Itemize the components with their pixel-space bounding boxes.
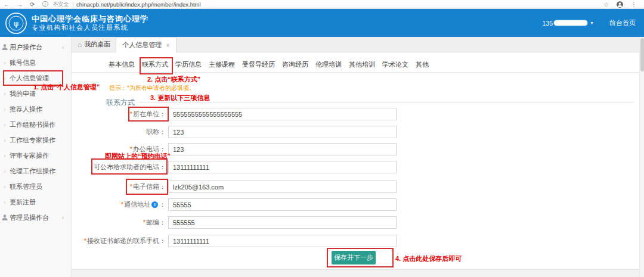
tab-label: 我的桌面 [84,40,110,49]
bottom-strip [72,269,644,277]
form-row-email: *电子信箱： [72,180,635,193]
tab-academic-papers[interactable]: 学术论文 [382,60,408,69]
job-title-input[interactable] [168,126,397,138]
app-title-line2: 专业机构和社会人员注册系统 [32,24,148,32]
tab-personal-info-management[interactable]: 个人信息管理 × [116,37,176,52]
workplace-input[interactable] [168,108,397,120]
chevron-right-icon: › [0,122,10,128]
form-row-postcode: *邮编： [72,216,635,229]
user-phone-dropdown[interactable]: 135 ▼ [543,20,594,27]
tab-other-training[interactable]: 其他培训 [349,60,375,69]
sidebar-item-referrer-ops[interactable]: ›推荐人操作 [0,101,71,117]
sidebar-item-review-expert-ops[interactable]: ›评审专家操作 [0,148,71,163]
sidebar-item-label: 我的申请 [10,89,36,98]
admin-icon [0,214,10,221]
sidebar-item-group-expert-ops[interactable]: ›工作组专家操作 [0,132,71,148]
tab-contact-info[interactable]: 联系方式 [142,60,168,69]
sidebar-item-account-info[interactable]: ›账号信息 [0,55,71,70]
form-row-office-phone: *办公电话： [72,143,635,155]
sidebar-item-label: 更新注册 [10,198,36,207]
required-mark: * [130,110,132,117]
chevron-right-icon: › [0,199,10,206]
org-logo: ψ [4,11,28,35]
chevron-right-icon: › [0,137,10,144]
sidebar-item-label: 联系管理员 [10,182,42,191]
browser-bar: ← → ⟳ ⓘ 不安全 | chinacpb.net/public/index.… [0,0,644,9]
form-row-certificate-phone: *接收证书邮递的联系手机： [72,235,635,247]
profile-avatar-icon[interactable] [617,1,623,8]
sidebar-item-contact-admin[interactable]: ›联系管理员 [0,179,71,194]
chevron-right-icon: › [0,106,10,113]
screen: ← → ⟳ ⓘ 不安全 | chinacpb.net/public/index.… [0,0,644,277]
main-content: ⌂ 我的桌面 个人信息管理 × 基本信息 联系方式 学历信息 主修课程 受督导经… [72,37,644,277]
close-icon[interactable]: × [166,42,169,49]
certificate-phone-input[interactable] [168,235,397,247]
url-divider: | [72,1,74,8]
app-header: ψ 中国心理学会临床与咨询心理学 专业机构和社会人员注册系统 135 ▼ 前台首… [0,9,644,37]
forward-icon[interactable]: → [13,1,26,8]
sidebar-item-label: 推荐人操作 [10,105,42,114]
sidebar-item-label: 评审专家操作 [10,151,49,160]
security-label: 不安全 [52,1,69,8]
chevron-right-icon: › [0,75,10,82]
chevron-right-icon: › [0,60,10,66]
sidebar-item-admin-console[interactable]: 管理员操作台 ‹ [0,210,71,225]
public-phone-input[interactable] [168,161,397,173]
sidebar-item-label: 个人信息管理 [10,74,49,83]
section-title: 联系方式 [106,98,140,108]
email-input[interactable] [168,180,397,193]
user-icon [0,43,10,51]
tab-my-desktop[interactable]: ⌂ 我的桌面 [72,37,116,52]
field-label: *电子信箱： [72,180,166,193]
field-label: 职称： [72,126,166,138]
save-next-button[interactable]: 保存并下一步 [332,251,376,264]
field-label: *办公电话： [72,143,166,155]
field-label: 可公布给求助者的电话： [72,161,166,173]
sidebar-item-label: 工作组专家操作 [10,136,55,145]
tab-strip: ⌂ 我的桌面 个人信息管理 × [72,37,644,52]
required-mark: * [84,237,86,244]
user-phone-prefix: 135 [543,20,553,27]
required-mark: * [121,201,123,208]
postcode-input[interactable] [168,216,397,229]
tab-education[interactable]: 学历信息 [175,60,202,69]
scrollbar-thumb[interactable] [640,38,644,71]
tab-basic-info[interactable]: 基本信息 [109,60,135,69]
app-title-line1: 中国心理学会临床与咨询心理学 [32,14,148,24]
sidebar-item-my-application[interactable]: ›我的申请 [0,86,71,101]
sidebar-item-personal-info[interactable]: ›个人信息管理 [0,70,71,86]
bookmark-icon[interactable]: ☆ [600,1,612,8]
redacted-phone [554,20,587,26]
tab-major-courses[interactable]: 主修课程 [209,60,235,69]
scrollbar-track [639,37,644,277]
field-label: *通信地址i： [72,198,166,211]
url-field[interactable]: chinacpb.net/public/index.php/member/ind… [76,1,201,8]
form-row-public-phone: 可公布给求助者的电话： [72,161,635,173]
chevron-right-icon: › [0,168,10,175]
office-phone-input[interactable] [168,143,397,155]
sidebar-item-user-console[interactable]: 用户操作台 ‹ [0,39,71,55]
tab-ethics-training[interactable]: 伦理培训 [315,60,342,69]
form-row-mailing-address: *通信地址i： [72,198,635,211]
collapse-chevron-icon: ‹ [62,214,64,221]
front-home-link[interactable]: 前台首页 [609,18,636,27]
form-row-workplace: *所在单位： [72,108,635,120]
sidebar-item-ethics-group-ops[interactable]: ›伦理工作组操作 [0,163,71,179]
browser-menu-icon[interactable]: ⋮ [627,1,640,8]
reload-icon[interactable]: ⟳ [26,1,38,8]
tab-counseling-experience[interactable]: 咨询经历 [282,60,308,69]
field-label: *所在单位： [72,108,166,120]
sidebar-item-group-secretary-ops[interactable]: ›工作组秘书操作 [0,117,71,132]
form-tab-bar: 基本信息 联系方式 学历信息 主修课程 受督导经历 咨询经历 伦理培训 其他培训… [72,57,644,73]
page-info-icon[interactable]: ⓘ [38,0,51,8]
sidebar-item-label: 工作组秘书操作 [10,120,55,129]
field-label: *邮编： [72,216,166,229]
sidebar-item-renew-registration[interactable]: ›更新注册 [0,194,71,210]
sidebar: 用户操作台 ‹ ›账号信息 ›个人信息管理 ›我的申请 ›推荐人操作 ›工作组秘… [0,37,72,277]
chevron-right-icon: › [0,152,10,159]
back-icon[interactable]: ← [0,1,13,8]
tab-other[interactable]: 其他 [416,60,429,69]
mailing-address-input[interactable] [168,198,397,211]
tab-supervised-experience[interactable]: 受督导经历 [242,60,275,69]
info-icon[interactable]: i [151,201,158,208]
